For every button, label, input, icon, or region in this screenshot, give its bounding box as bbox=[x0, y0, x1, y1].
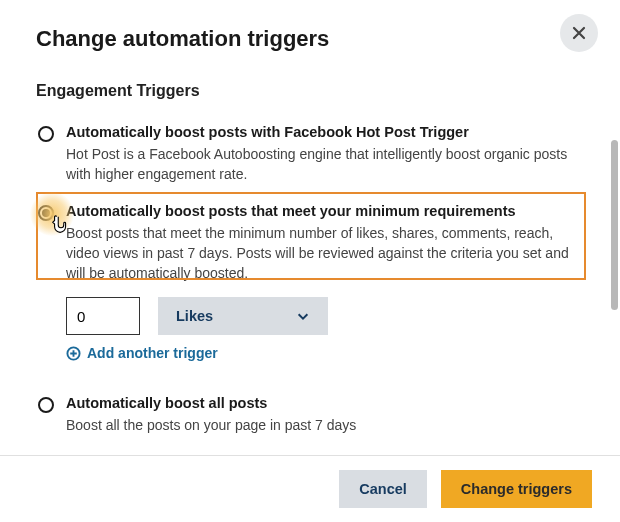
dialog: Change automation triggers Engagement Tr… bbox=[0, 0, 620, 522]
trigger-controls: Likes bbox=[66, 297, 578, 335]
chevron-down-icon bbox=[296, 309, 310, 323]
cancel-button[interactable]: Cancel bbox=[339, 470, 427, 508]
add-trigger-label: Add another trigger bbox=[87, 345, 218, 361]
option-title: Automatically boost posts with Facebook … bbox=[66, 124, 584, 140]
option-description: Boost all the posts on your page in past… bbox=[66, 415, 584, 435]
add-trigger-link[interactable]: Add another trigger bbox=[66, 345, 578, 361]
close-button[interactable] bbox=[560, 14, 598, 52]
metric-dropdown[interactable]: Likes bbox=[158, 297, 328, 335]
option-title: Automatically boost all posts bbox=[66, 395, 584, 411]
option-title: Automatically boost posts that meet your… bbox=[66, 203, 578, 219]
section-heading: Engagement Triggers bbox=[36, 82, 584, 100]
dialog-footer: Cancel Change triggers bbox=[0, 455, 620, 522]
plus-circle-icon bbox=[66, 346, 81, 361]
scrollbar[interactable] bbox=[611, 140, 618, 310]
options-list: Automatically boost posts with Facebook … bbox=[36, 124, 584, 436]
dialog-title: Change automation triggers bbox=[36, 26, 584, 52]
option-boost-all: Automatically boost all posts Boost all … bbox=[38, 395, 584, 435]
radio-hot-post[interactable] bbox=[38, 126, 54, 142]
radio-minimum-requirements[interactable] bbox=[38, 205, 54, 221]
confirm-button[interactable]: Change triggers bbox=[441, 470, 592, 508]
option-hot-post: Automatically boost posts with Facebook … bbox=[38, 124, 584, 185]
option-description: Hot Post is a Facebook Autoboosting engi… bbox=[66, 144, 584, 185]
option-minimum-requirements: Automatically boost posts that meet your… bbox=[38, 203, 584, 378]
metric-label: Likes bbox=[176, 308, 213, 324]
option-description: Boost posts that meet the minimum number… bbox=[66, 223, 578, 284]
threshold-input[interactable] bbox=[66, 297, 140, 335]
radio-boost-all[interactable] bbox=[38, 397, 54, 413]
